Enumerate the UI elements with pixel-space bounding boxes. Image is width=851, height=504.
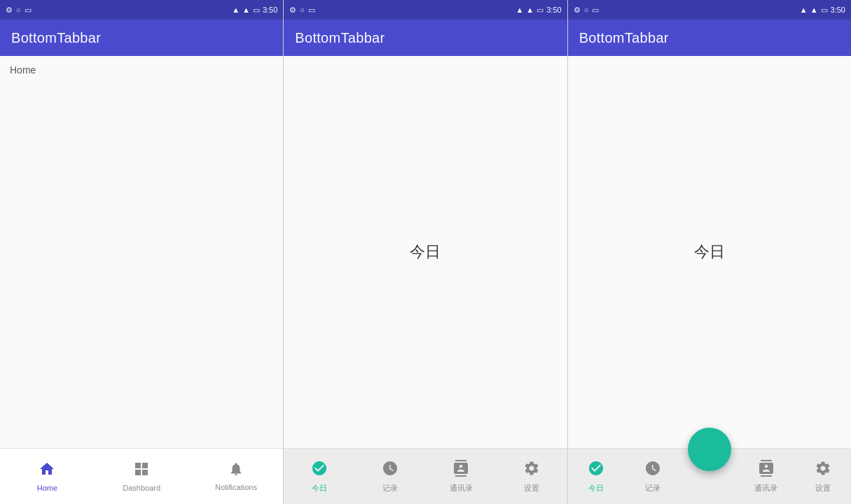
nav-item-records-3[interactable]: 记录 (625, 449, 682, 504)
nav-item-records-2[interactable]: 记录 (354, 449, 425, 504)
app-bar-2: BottomTabbar (284, 20, 567, 56)
status-left-icons: ⚙ ○ ▭ (6, 6, 32, 15)
content-area-3: 今日 (568, 56, 851, 448)
settings-status-icon: ⚙ (6, 6, 13, 15)
app-title-2: BottomTabbar (295, 30, 385, 46)
app-title-3: BottomTabbar (579, 30, 669, 46)
nav-item-contacts-3[interactable]: 通讯录 (738, 449, 794, 504)
bottom-nav-1: Home Dashboard Notifications (0, 448, 283, 504)
circle-status-icon-2: ○ (300, 6, 305, 14)
status-bar-3: ⚙ ○ ▭ ▲ ▲ ▭ 3:50 (568, 0, 851, 20)
nav-label-settings-3: 设置 (815, 483, 831, 493)
nav-item-dashboard[interactable]: Dashboard (95, 449, 189, 504)
settings-status-icon-3: ⚙ (574, 6, 581, 15)
settings-nav-icon-3 (815, 460, 831, 481)
bell-icon (228, 461, 244, 481)
battery-icon: ▭ (253, 6, 260, 15)
screen-1: ⚙ ○ ▭ ▲ ▲ ▭ 3:50 BottomTabbar Home (0, 0, 284, 504)
check-circle-icon-2 (311, 460, 328, 481)
nav-item-today-3[interactable]: 今日 (568, 449, 625, 504)
nav-item-fab[interactable] (681, 449, 738, 504)
settings-nav-icon-2 (523, 460, 540, 481)
clock-icon-2 (382, 460, 399, 481)
content-area-1: Home (0, 56, 283, 448)
time-display: 3:50 (263, 6, 277, 14)
nav-item-today-2[interactable]: 今日 (284, 449, 354, 504)
nav-item-notifications[interactable]: Notifications (189, 449, 284, 504)
wifi-icon-3: ▲ (800, 6, 808, 14)
nav-label-dashboard: Dashboard (123, 484, 160, 492)
battery-status-icon-3: ▭ (592, 6, 599, 15)
home-icon (39, 461, 55, 482)
nav-item-settings-2[interactable]: 设置 (497, 449, 567, 504)
status-right-icons-3: ▲ ▲ ▭ 3:50 (800, 6, 845, 15)
app-title-1: BottomTabbar (11, 30, 101, 46)
battery-status-icon: ▭ (25, 6, 32, 15)
wifi-icon: ▲ (232, 6, 240, 14)
nav-label-today-3: 今日 (588, 483, 604, 493)
status-bar-1: ⚙ ○ ▭ ▲ ▲ ▭ 3:50 (0, 0, 283, 20)
screen-2: ⚙ ○ ▭ ▲ ▲ ▭ 3:50 BottomTabbar 今日 (284, 0, 567, 504)
fab-button[interactable] (688, 428, 731, 471)
center-text-3: 今日 (694, 241, 725, 262)
nav-label-contacts-3: 通讯录 (754, 483, 777, 493)
settings-status-icon-2: ⚙ (289, 6, 296, 15)
nav-label-settings-2: 设置 (524, 483, 539, 493)
app-bar-3: BottomTabbar (568, 20, 851, 56)
time-display-3: 3:50 (831, 6, 845, 14)
status-right-icons-2: ▲ ▲ ▭ 3:50 (516, 6, 561, 15)
circle-status-icon: ○ (16, 6, 21, 14)
center-text-2: 今日 (410, 241, 441, 262)
nav-label-records-3: 记录 (645, 483, 660, 493)
status-right-icons: ▲ ▲ ▭ 3:50 (232, 6, 277, 15)
status-left-icons-3: ⚙ ○ ▭ (574, 6, 600, 15)
content-area-2: 今日 (284, 56, 567, 448)
bottom-nav-2: 今日 记录 通讯录 (284, 448, 567, 504)
nav-label-home: Home (37, 484, 57, 492)
home-label: Home (10, 64, 36, 76)
contacts-icon-3 (758, 460, 775, 481)
status-left-icons-2: ⚙ ○ ▭ (289, 6, 315, 15)
signal-icon-2: ▲ (526, 6, 534, 14)
bottom-nav-3: 今日 记录 通讯录 (568, 448, 851, 504)
time-display-2: 3:50 (546, 6, 561, 14)
screen-3: ⚙ ○ ▭ ▲ ▲ ▭ 3:50 BottomTabbar 今日 (568, 0, 851, 504)
battery-icon-3: ▭ (821, 6, 828, 15)
nav-item-settings-3[interactable]: 设置 (794, 449, 851, 504)
nav-label-today-2: 今日 (312, 483, 327, 493)
nav-label-records-2: 记录 (382, 483, 398, 493)
battery-icon-2: ▭ (537, 6, 544, 15)
clock-icon-3 (644, 460, 661, 481)
nav-label-contacts-2: 通讯录 (450, 483, 473, 493)
signal-icon-3: ▲ (810, 6, 818, 14)
check-circle-icon-3 (588, 460, 604, 481)
battery-status-icon-2: ▭ (308, 6, 315, 15)
nav-label-notifications: Notifications (215, 483, 257, 491)
circle-status-icon-3: ○ (584, 6, 589, 14)
signal-icon: ▲ (242, 6, 250, 14)
status-bar-2: ⚙ ○ ▭ ▲ ▲ ▭ 3:50 (284, 0, 567, 20)
nav-item-contacts-2[interactable]: 通讯录 (425, 449, 496, 504)
dashboard-icon (133, 461, 150, 482)
contacts-icon-2 (452, 460, 469, 481)
wifi-icon-2: ▲ (516, 6, 523, 14)
app-bar-1: BottomTabbar (0, 20, 283, 56)
nav-item-home[interactable]: Home (0, 449, 95, 504)
